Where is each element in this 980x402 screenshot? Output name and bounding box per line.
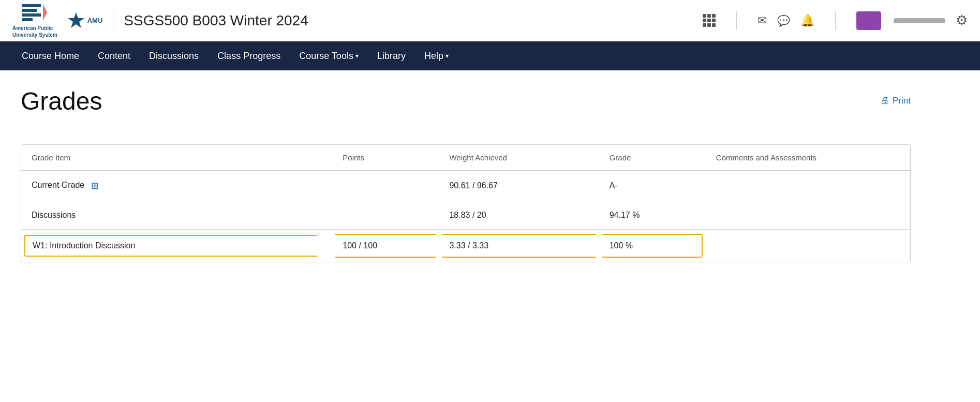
print-label: Print xyxy=(893,96,911,106)
header-divider-1 xyxy=(113,8,113,33)
course-title: SSGS500 B003 Winter 2024 xyxy=(124,12,703,29)
current-grade-weight-cell: 90.61 / 96.67 xyxy=(439,171,599,201)
svg-rect-1 xyxy=(22,9,37,12)
header-divider-3 xyxy=(835,11,836,30)
table-row-current-grade: Current Grade ⊞ 90.61 / 96.67 A- xyxy=(21,171,910,201)
w1-grade-value: 100 % xyxy=(610,241,633,250)
user-name-placeholder xyxy=(894,18,945,23)
col-header-grade-item: Grade Item xyxy=(21,145,332,171)
header-icons: ✉ 💬 🔔 ⚙ xyxy=(703,11,968,30)
nav-content[interactable]: Content xyxy=(88,41,140,70)
w1-points-value: 100 / 100 xyxy=(343,241,377,250)
w1-item-cell: W1: Introduction Discussion xyxy=(21,230,332,262)
mail-icon[interactable]: ✉ xyxy=(758,14,767,27)
col-header-points: Points xyxy=(332,145,439,171)
user-avatar[interactable] xyxy=(856,11,881,30)
logo-block: American Public University System xyxy=(12,3,57,38)
apus-logo-icon xyxy=(22,3,47,24)
settings-gear-icon[interactable]: ⚙ xyxy=(956,12,968,28)
star-icon xyxy=(67,11,85,30)
discussions-comments-cell xyxy=(706,201,910,230)
nav-bar: Course Home Content Discussions Class Pr… xyxy=(0,41,980,70)
svg-rect-2 xyxy=(22,13,41,17)
apps-grid-icon[interactable] xyxy=(703,14,716,27)
current-grade-comments-cell xyxy=(706,171,910,201)
grades-table-wrapper: Grade Item Points Weight Achieved Grade … xyxy=(21,144,911,262)
w1-points-cell: 100 / 100 xyxy=(332,230,439,262)
title-row: Grades 🖨 Print xyxy=(21,87,911,132)
print-icon: 🖨 xyxy=(880,95,889,106)
table-body: Current Grade ⊞ 90.61 / 96.67 A- Discuss… xyxy=(21,171,910,262)
current-grade-points-cell xyxy=(332,171,439,201)
col-header-comments: Comments and Assessments xyxy=(706,145,910,171)
discussions-points-cell xyxy=(332,201,439,230)
grades-table: Grade Item Points Weight Achieved Grade … xyxy=(21,145,910,262)
discussions-weight-cell: 18.83 / 20 xyxy=(439,201,599,230)
w1-weight-cell: 3.33 / 3.33 xyxy=(439,230,599,262)
svg-rect-3 xyxy=(22,18,33,21)
discussions-item-cell: Discussions xyxy=(21,201,332,230)
logo-line2: University System xyxy=(12,32,57,38)
w1-grade-item-label: W1: Introduction Discussion xyxy=(33,241,135,250)
bell-icon[interactable]: 🔔 xyxy=(800,14,814,27)
discussions-grade-cell: 94.17 % xyxy=(599,201,706,230)
svg-rect-0 xyxy=(22,4,41,7)
chat-icon[interactable]: 💬 xyxy=(777,14,790,27)
nav-class-progress[interactable]: Class Progress xyxy=(208,41,290,70)
nav-library[interactable]: Library xyxy=(368,41,415,70)
current-grade-item-cell: Current Grade ⊞ xyxy=(21,171,332,201)
w1-weight-value: 3.33 / 3.33 xyxy=(449,241,488,250)
w1-grade-cell: 100 % xyxy=(599,230,706,262)
nav-course-home[interactable]: Course Home xyxy=(12,41,88,70)
table-row-discussions: Discussions 18.83 / 20 94.17 % xyxy=(21,201,910,230)
logo-area: American Public University System AMU xyxy=(12,3,102,38)
amu-text: AMU xyxy=(87,17,103,24)
column-headers-row: Grade Item Points Weight Achieved Grade … xyxy=(21,145,910,171)
svg-marker-5 xyxy=(68,12,84,28)
col-header-grade: Grade xyxy=(599,145,706,171)
help-dropdown-arrow: ▾ xyxy=(446,52,449,59)
nav-course-tools[interactable]: Course Tools ▾ xyxy=(290,41,368,70)
main-content: Grades 🖨 Print Grade Item Points Weight … xyxy=(0,70,931,279)
page-title: Grades xyxy=(21,87,102,115)
amu-logo: AMU xyxy=(67,11,103,30)
svg-marker-4 xyxy=(43,4,47,21)
w1-comments-cell xyxy=(706,230,910,262)
current-grade-grade-cell: A- xyxy=(599,171,706,201)
print-button[interactable]: 🖨 Print xyxy=(880,95,911,106)
nav-help[interactable]: Help ▾ xyxy=(415,41,458,70)
table-row-w1-discussion: W1: Introduction Discussion 100 / 100 3.… xyxy=(21,230,910,262)
nav-discussions[interactable]: Discussions xyxy=(140,41,208,70)
logo-line1: American Public xyxy=(12,25,53,32)
current-grade-label: Current Grade xyxy=(32,181,84,189)
course-tools-dropdown-arrow: ▾ xyxy=(355,52,359,59)
calc-icon[interactable]: ⊞ xyxy=(91,181,99,191)
table-header: Grade Item Points Weight Achieved Grade … xyxy=(21,145,910,171)
top-header: American Public University System AMU SS… xyxy=(0,0,980,41)
header-divider-2 xyxy=(736,11,737,30)
col-header-weight-achieved: Weight Achieved xyxy=(439,145,599,171)
